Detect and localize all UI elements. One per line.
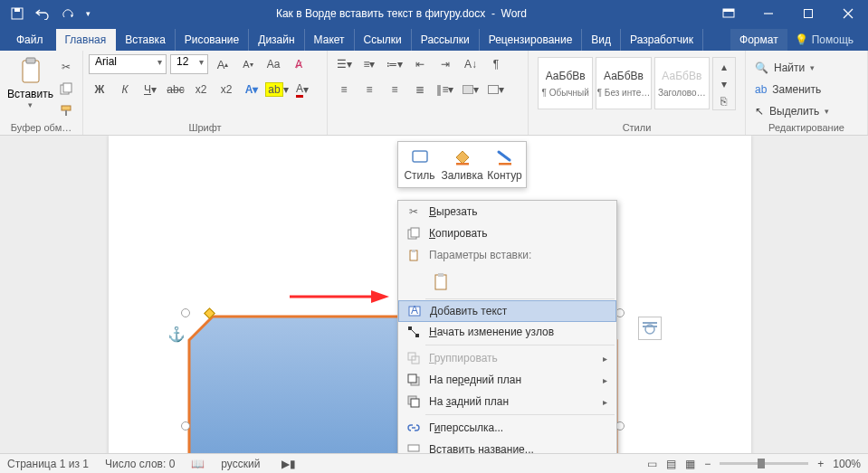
italic-icon[interactable]: К [114,80,136,99]
tab-review[interactable]: Рецензирование [480,29,583,51]
svg-rect-12 [62,106,71,110]
layout-options-icon[interactable] [638,317,662,340]
redo-icon[interactable] [56,2,80,25]
highlight-icon[interactable]: ab▾ [266,80,288,99]
zoom-slider[interactable] [720,462,808,465]
bullets-icon[interactable]: ☰▾ [333,54,355,74]
ctx-edit-points[interactable]: Начать изменение узлов [398,321,616,343]
superscript-icon[interactable]: x2 [215,80,237,99]
anchor-icon[interactable]: ⚓ [167,326,186,343]
shape-style-button[interactable]: Стиль [398,142,441,187]
save-icon[interactable] [5,2,29,25]
context-menu: ✂Вырезать Копировать Параметры вставки: … [397,200,617,473]
tab-format[interactable]: Формат [730,29,787,51]
shape-fill-button[interactable]: Заливка [441,142,483,187]
multilevel-icon[interactable]: ≔▾ [384,54,405,74]
indent-dec-icon[interactable]: ⇤ [409,54,431,74]
sort-icon[interactable]: A↓ [460,54,482,74]
view-read-icon[interactable]: ▭ [647,458,657,470]
maximize-icon[interactable] [788,0,828,27]
align-left-icon[interactable]: ≡ [333,80,355,99]
borders-icon[interactable]: ▾ [485,80,507,99]
tab-references[interactable]: Ссылки [355,29,412,51]
ctx-copy[interactable]: Копировать [398,222,616,244]
svg-rect-35 [408,374,416,383]
title-bar: ▾ Как в Ворде вставить текст в фигуру.do… [0,0,868,27]
paste-button[interactable]: Вставить ▾ [5,53,55,120]
tab-view[interactable]: Вид [582,29,621,51]
shading-icon[interactable]: ▾ [460,80,482,99]
macro-icon[interactable]: ▶▮ [281,458,296,470]
tell-me[interactable]: 💡Помощь [787,29,868,51]
page-indicator[interactable]: Страница 1 из 1 [7,458,89,470]
ctx-paste-option[interactable] [429,270,454,295]
tab-draw[interactable]: Рисование [176,29,249,51]
font-size-select[interactable]: 12 [170,54,208,74]
clear-format-icon[interactable]: A̷ [288,54,310,74]
styles-more-icon[interactable]: ⎘ [713,92,735,109]
strike-icon[interactable]: abc [165,80,186,99]
group-font-label: Шрифт [89,120,321,135]
undo-icon[interactable] [31,2,54,25]
minimize-icon[interactable] [749,0,788,27]
spellcheck-icon[interactable]: 📖 [191,458,205,470]
align-center-icon[interactable]: ≡ [358,80,380,99]
resize-handle-w[interactable] [181,421,190,430]
language-indicator[interactable]: русский [221,458,260,470]
zoom-in-icon[interactable]: + [817,458,824,470]
send-back-icon [404,395,424,408]
font-name-select[interactable]: Arial [89,54,167,74]
paragraph-marks-icon[interactable]: ¶ [485,54,507,74]
find-button[interactable]: 🔍Найти▾ [755,59,858,77]
tab-file[interactable]: Файл [4,29,56,51]
style-heading[interactable]: АаБбВвЗаголово… [654,57,710,109]
change-case-icon[interactable]: Aa [262,54,284,74]
close-icon[interactable] [828,0,868,27]
ctx-hyperlink[interactable]: Гиперссылка... [398,417,616,439]
view-print-icon[interactable]: ▤ [666,458,676,470]
tab-insert[interactable]: Вставка [116,29,176,51]
replace-button[interactable]: abЗаменить [755,80,858,99]
shape-outline-button[interactable]: Контур [483,142,526,187]
zoom-level[interactable]: 100% [833,458,861,470]
style-no-spacing[interactable]: АаБбВв¶ Без инте… [596,57,651,109]
align-right-icon[interactable]: ≡ [384,80,405,99]
app-name: Word [501,7,527,20]
cut-icon[interactable]: ✂ [55,57,77,77]
tab-layout[interactable]: Макет [305,29,355,51]
ctx-bring-front[interactable]: На передний план▸ [398,369,616,391]
word-count[interactable]: Число слов: 0 [105,458,175,470]
line-spacing-icon[interactable]: ‖≡▾ [434,80,456,99]
view-web-icon[interactable]: ▦ [685,458,695,470]
zoom-out-icon[interactable]: − [704,458,711,470]
underline-icon[interactable]: Ч▾ [139,80,161,99]
subscript-icon[interactable]: x2 [190,80,212,99]
tab-home[interactable]: Главная [56,29,117,51]
justify-icon[interactable]: ≣ [409,80,431,99]
tab-developer[interactable]: Разработчик [621,29,703,51]
svg-rect-15 [643,326,657,327]
copy-icon[interactable] [55,79,77,99]
group-paragraph-label [333,120,522,135]
select-button[interactable]: ↖Выделить▾ [755,102,858,120]
ribbon-options-icon[interactable] [709,0,749,27]
font-color-icon[interactable]: A▾ [291,80,313,99]
resize-handle-nw[interactable] [181,308,190,317]
styles-up-icon[interactable]: ▴ [713,58,735,75]
shrink-font-icon[interactable]: A▾ [237,54,259,74]
bold-icon[interactable]: Ж [89,80,110,99]
tab-mailings[interactable]: Рассылки [412,29,480,51]
grow-font-icon[interactable]: A▴ [212,54,234,74]
styles-down-icon[interactable]: ▾ [713,75,735,92]
text-effects-icon[interactable]: A▾ [241,80,262,99]
format-painter-icon[interactable] [55,100,77,120]
qat-dropdown-icon[interactable]: ▾ [81,2,94,25]
ctx-add-text[interactable]: AДобавить текст [398,300,616,322]
ctx-cut[interactable]: ✂Вырезать [398,201,616,222]
ctx-send-back[interactable]: На задний план▸ [398,391,616,412]
style-normal[interactable]: АаБбВв¶ Обычный [538,57,593,109]
indent-inc-icon[interactable]: ⇥ [434,54,456,74]
tab-design[interactable]: Дизайн [249,29,304,51]
svg-rect-25 [435,275,446,289]
numbering-icon[interactable]: ≡▾ [358,54,380,74]
